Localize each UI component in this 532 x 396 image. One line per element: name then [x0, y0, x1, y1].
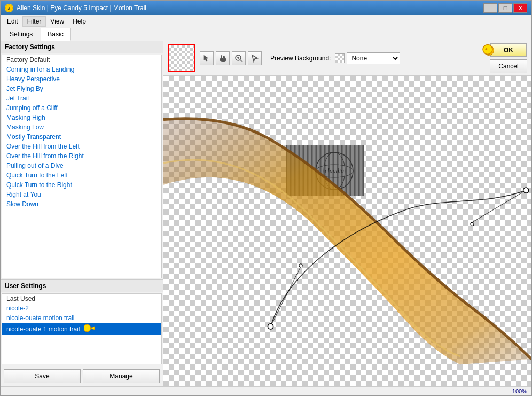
menu-filter[interactable]: Filter	[22, 16, 46, 27]
preset-over-hill-left[interactable]: Over the Hill from the Left	[2, 142, 161, 151]
preset-masking-low[interactable]: Masking Low	[2, 122, 161, 132]
cursor-tool[interactable]	[200, 51, 214, 65]
zoom-level: 100%	[512, 388, 527, 394]
preset-mostly-transparent[interactable]: Mostly Transparent	[2, 132, 161, 142]
preset-slow-down[interactable]: Slow Down	[2, 199, 161, 209]
preview-bg-select[interactable]: None White Black Gray	[347, 52, 400, 64]
svg-line-39	[471, 190, 526, 223]
menu-edit[interactable]: Edit	[3, 17, 22, 26]
preset-right-at-you[interactable]: Right at You	[2, 190, 161, 199]
bottom-buttons: Save Manage	[1, 366, 163, 386]
user-nicole-2[interactable]: nicole-2	[2, 304, 161, 313]
tab-settings[interactable]: Settings	[3, 28, 40, 41]
user-settings-header: User Settings	[1, 280, 163, 292]
thumbnail-preview	[168, 44, 195, 72]
svg-line-38	[271, 267, 301, 327]
save-button[interactable]: Save	[4, 369, 81, 383]
preview-bg-thumbnail	[335, 53, 345, 63]
title-bar-left: A Alien Skin | Eye Candy 5 Impact | Moti…	[5, 4, 146, 12]
window-title: Alien Skin | Eye Candy 5 Impact | Motion…	[17, 4, 146, 12]
menu-view[interactable]: View	[46, 17, 68, 26]
user-preset-list[interactable]: Last Used nicole-2 nicole-ouate motion t…	[2, 293, 162, 364]
toolbar-icons	[200, 51, 262, 65]
selected-item-arrow	[84, 324, 96, 334]
user-last-used: Last Used	[2, 294, 161, 304]
ok-button[interactable]: OK	[490, 43, 527, 57]
menu-bar: Edit Filter View Help	[1, 15, 531, 27]
svg-point-42	[299, 264, 302, 267]
title-bar: A Alien Skin | Eye Candy 5 Impact | Moti…	[1, 1, 531, 15]
preset-coming-in-for-landing[interactable]: Coming in for a Landing	[2, 65, 161, 74]
preview-bg-label: Preview Background:	[270, 55, 331, 62]
user-nicole-ouate-1-motion-trail[interactable]: nicole-ouate 1 motion trail	[2, 323, 161, 335]
factory-settings-header: Factory Settings	[1, 41, 163, 53]
ok-cancel-buttons: OK Cancel	[490, 43, 527, 73]
zoom-tool[interactable]	[232, 51, 246, 65]
user-nicole-ouate-motion-trail[interactable]: nicole-ouate motion trail	[2, 313, 161, 323]
ok-label: OK	[504, 46, 513, 54]
preset-heavy-perspective[interactable]: Heavy Perspective	[2, 74, 161, 84]
close-button[interactable]: ✕	[513, 3, 527, 13]
window-controls: — □ ✕	[483, 3, 527, 13]
user-settings-section: User Settings Last Used nicole-2 nicole-…	[1, 279, 163, 386]
factory-preset-section: Factory Settings Factory Default Coming …	[1, 41, 163, 279]
preset-jumping-off-cliff[interactable]: Jumping off a Cliff	[2, 103, 161, 113]
preview-area: claudia	[163, 76, 531, 386]
factory-preset-list[interactable]: Factory Default Coming in for a Landing …	[2, 55, 162, 278]
manage-button[interactable]: Manage	[83, 369, 160, 383]
tab-basic[interactable]: Basic	[41, 28, 70, 41]
motion-trail-svg	[163, 76, 531, 386]
preset-quick-turn-left[interactable]: Quick Turn to the Left	[2, 170, 161, 180]
app-icon: A	[5, 4, 13, 12]
preset-masking-high[interactable]: Masking High	[2, 113, 161, 122]
right-header: Preview Background: None White Black Gra…	[163, 41, 531, 76]
status-bar: 100%	[1, 386, 531, 395]
preset-factory-default[interactable]: Factory Default	[2, 55, 161, 65]
preset-over-hill-right[interactable]: Over the Hill from the Right	[2, 151, 161, 161]
selected-item-label: nicole-ouate 1 motion trail	[6, 325, 80, 333]
main-content: Factory Settings Factory Default Coming …	[1, 41, 531, 386]
preset-pulling-out-dive[interactable]: Pulling out of a Dive	[2, 161, 161, 170]
select-tool[interactable]	[248, 51, 262, 65]
hand-tool[interactable]	[216, 51, 230, 65]
left-panel: Factory Settings Factory Default Coming …	[1, 41, 163, 386]
svg-line-9	[240, 60, 242, 62]
svg-marker-12	[252, 55, 257, 61]
main-window: A Alien Skin | Eye Candy 5 Impact | Moti…	[0, 0, 532, 396]
right-panel: Preview Background: None White Black Gra…	[163, 41, 531, 386]
preset-quick-turn-right[interactable]: Quick Turn to the Right	[2, 180, 161, 190]
tabs-bar: Settings Basic	[1, 27, 531, 41]
svg-point-40	[268, 324, 273, 329]
preset-jet-flying-by[interactable]: Jet Flying By	[2, 84, 161, 94]
svg-point-43	[471, 222, 474, 226]
minimize-button[interactable]: —	[483, 3, 497, 13]
svg-point-41	[523, 188, 529, 193]
svg-marker-4	[204, 55, 208, 61]
cancel-button[interactable]: Cancel	[490, 59, 527, 73]
restore-button[interactable]: □	[498, 3, 512, 13]
svg-text:A: A	[7, 6, 11, 11]
preset-jet-trail[interactable]: Jet Trail	[2, 94, 161, 103]
menu-help[interactable]: Help	[68, 17, 90, 26]
svg-point-13	[483, 45, 492, 55]
